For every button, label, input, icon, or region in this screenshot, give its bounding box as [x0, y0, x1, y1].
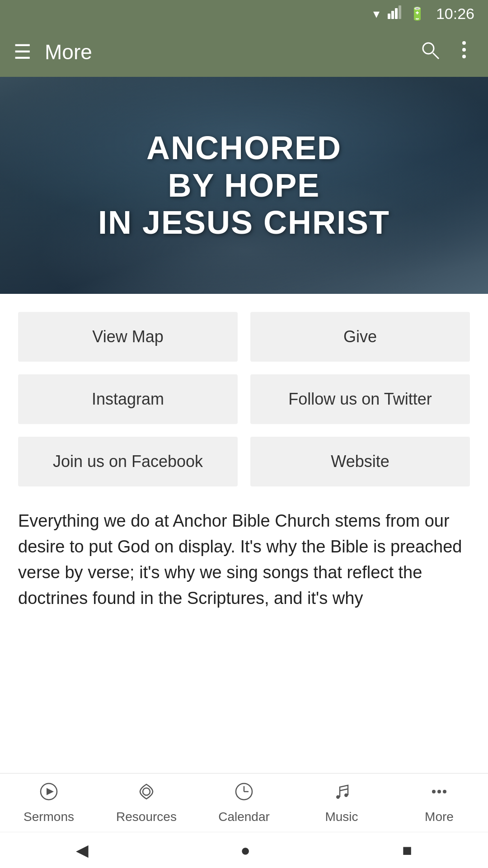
- hero-line2: BY HOPE: [98, 167, 390, 204]
- app-bar-title: More: [45, 40, 419, 64]
- hero-text: ANCHORED BY HOPE IN JESUS CHRIST: [80, 129, 408, 241]
- hero-line3: IN JESUS CHRIST: [98, 204, 390, 241]
- back-button[interactable]: ◀: [71, 836, 93, 864]
- svg-line-15: [340, 789, 348, 791]
- svg-marker-10: [47, 788, 54, 795]
- search-icon[interactable]: [419, 39, 440, 65]
- sermons-label: Sermons: [23, 810, 74, 824]
- status-bar: ▾ 🔋 10:26: [0, 0, 488, 27]
- calendar-label: Calendar: [218, 810, 270, 824]
- resources-icon: [136, 782, 156, 806]
- svg-point-8: [462, 55, 466, 58]
- recent-apps-button[interactable]: ■: [398, 836, 417, 864]
- svg-point-7: [462, 48, 466, 52]
- music-label: Music: [325, 810, 358, 824]
- nav-item-music[interactable]: Music: [293, 782, 390, 824]
- nav-item-more[interactable]: More: [390, 782, 488, 824]
- nav-item-resources[interactable]: Resources: [98, 782, 195, 824]
- follow-twitter-button[interactable]: Follow us on Twitter: [250, 374, 470, 424]
- svg-rect-1: [391, 11, 394, 19]
- hero-banner: ANCHORED BY HOPE IN JESUS CHRIST: [0, 77, 488, 294]
- bottom-navigation: Sermons Resources Calendar: [0, 773, 488, 832]
- svg-point-6: [462, 41, 466, 45]
- signal-icon: [388, 5, 401, 22]
- home-button[interactable]: ●: [236, 836, 255, 864]
- svg-point-18: [443, 790, 446, 793]
- more-nav-icon: [429, 782, 449, 806]
- menu-icon[interactable]: ☰: [14, 42, 31, 62]
- instagram-button[interactable]: Instagram: [18, 374, 238, 424]
- music-icon: [332, 782, 352, 806]
- give-button[interactable]: Give: [250, 312, 470, 362]
- more-nav-label: More: [425, 810, 454, 824]
- hero-line1: ANCHORED: [98, 129, 390, 167]
- svg-point-4: [423, 43, 434, 54]
- main-content: View Map Give Instagram Follow us on Twi…: [0, 294, 488, 620]
- description-text: Everything we do at Anchor Bible Church …: [18, 499, 470, 620]
- nav-item-sermons[interactable]: Sermons: [0, 782, 98, 824]
- system-navigation: ◀ ● ■: [0, 832, 488, 868]
- calendar-icon: [234, 782, 254, 806]
- svg-point-16: [432, 790, 436, 793]
- sermons-icon: [39, 782, 59, 806]
- overflow-menu-icon[interactable]: [454, 39, 474, 65]
- svg-rect-3: [399, 5, 401, 19]
- join-facebook-button[interactable]: Join us on Facebook: [18, 437, 238, 486]
- app-bar: ☰ More: [0, 27, 488, 77]
- wifi-icon: ▾: [373, 6, 380, 21]
- svg-rect-2: [395, 8, 398, 19]
- actions-grid: View Map Give Instagram Follow us on Twi…: [18, 312, 470, 486]
- svg-point-11: [143, 788, 150, 795]
- nav-item-calendar[interactable]: Calendar: [195, 782, 293, 824]
- view-map-button[interactable]: View Map: [18, 312, 238, 362]
- website-button[interactable]: Website: [250, 437, 470, 486]
- resources-label: Resources: [116, 810, 177, 824]
- svg-rect-0: [388, 14, 390, 19]
- status-time: 10:26: [436, 5, 474, 23]
- battery-icon: 🔋: [409, 6, 425, 21]
- svg-line-5: [433, 53, 439, 59]
- svg-point-17: [437, 790, 441, 793]
